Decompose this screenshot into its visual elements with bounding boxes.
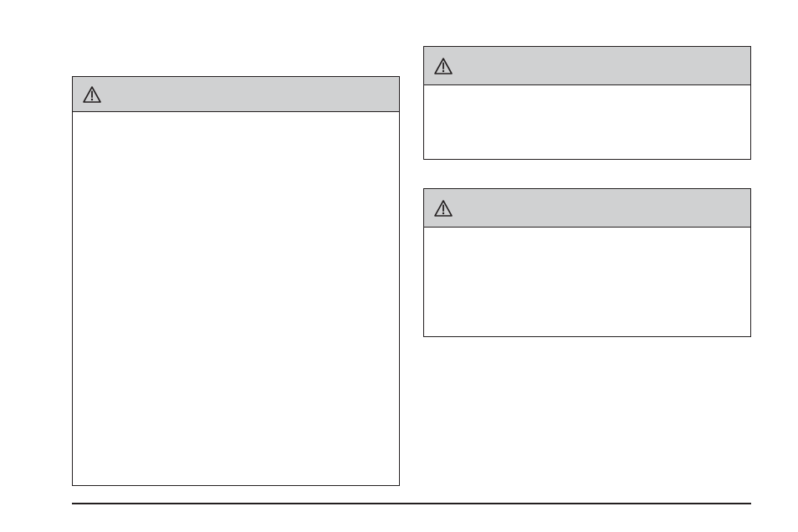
page [0,0,798,532]
svg-point-2 [91,98,93,100]
panel-bottom-right-header [424,189,750,228]
panel-left-body [73,112,399,485]
svg-point-5 [442,69,444,71]
panel-top-right-body [424,85,750,159]
panel-left-header [73,77,399,112]
horizontal-rule [72,503,751,504]
svg-point-8 [442,212,444,213]
panel-bottom-right [423,188,751,337]
panel-bottom-right-body [424,228,750,336]
panel-top-right [423,46,751,160]
warning-icon [434,58,453,74]
panel-top-right-header [424,47,750,85]
warning-icon [434,200,453,217]
panel-left [72,76,400,486]
warning-icon [83,86,101,103]
